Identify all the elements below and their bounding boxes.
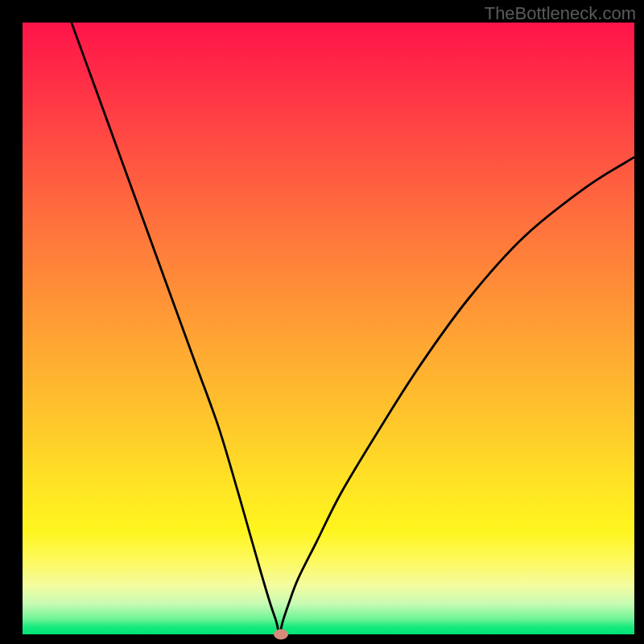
curve-svg (23, 23, 634, 634)
bottleneck-curve (72, 23, 634, 634)
chart-plot-area (23, 23, 634, 634)
optimal-point-marker (274, 630, 288, 640)
watermark-text: TheBottleneck.com (485, 3, 636, 24)
